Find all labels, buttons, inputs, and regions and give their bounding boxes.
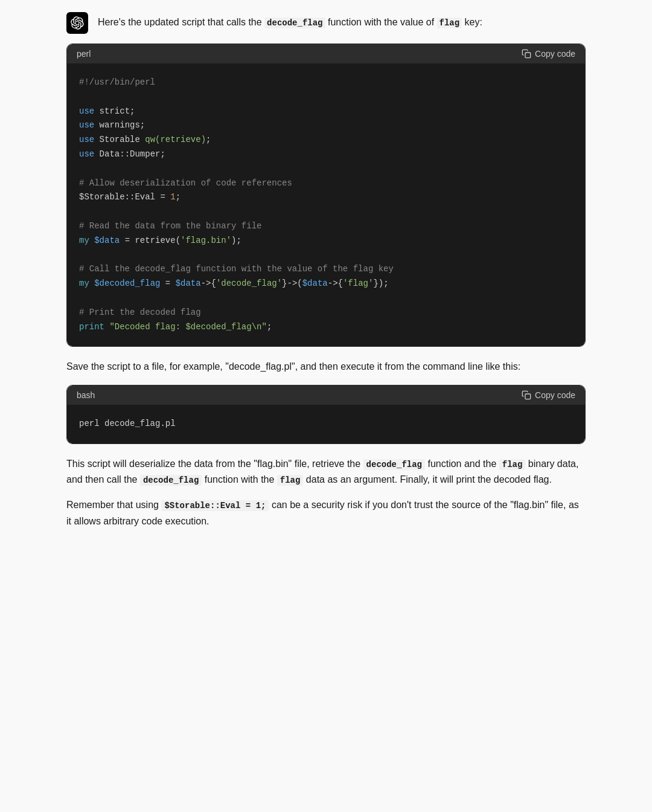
intro-text-mid: function with the value of bbox=[325, 17, 437, 27]
perl-code-body: #!/usr/bin/perl use strict; use warnings… bbox=[67, 63, 585, 346]
message-header: Here's the updated script that calls the… bbox=[66, 12, 586, 34]
openai-logo-icon bbox=[71, 16, 84, 30]
prose-paragraph-3: Remember that using $Storable::Eval = 1;… bbox=[66, 497, 586, 529]
bash-code-body: perl decode_flag.pl bbox=[67, 405, 585, 443]
bash-copy-label: Copy code bbox=[535, 390, 575, 400]
intro-code2: flag bbox=[437, 18, 462, 28]
bash-copy-button[interactable]: Copy code bbox=[522, 390, 575, 400]
prose3-pre: Remember that using bbox=[66, 500, 161, 510]
prose-paragraph-2: This script will deserialize the data fr… bbox=[66, 456, 586, 488]
perl-lang-label: perl bbox=[77, 49, 91, 59]
prose2-mid1: function and the bbox=[425, 459, 499, 469]
bash-code-pre: perl decode_flag.pl bbox=[79, 417, 573, 431]
prose3-code1: $Storable::Eval = 1; bbox=[161, 500, 269, 511]
copy-icon bbox=[522, 49, 531, 59]
prose2-pre: This script will deserialize the data fr… bbox=[66, 459, 363, 469]
svg-rect-1 bbox=[525, 394, 531, 399]
prose2-code3: decode_flag bbox=[140, 475, 202, 486]
intro-text-pre: Here's the updated script that calls the bbox=[98, 17, 264, 27]
copy-icon-bash bbox=[522, 390, 531, 400]
intro-code1: decode_flag bbox=[264, 18, 325, 28]
svg-rect-0 bbox=[525, 53, 531, 58]
perl-copy-button[interactable]: Copy code bbox=[522, 49, 575, 59]
prose2-end: data as an argument. Finally, it will pr… bbox=[303, 474, 551, 485]
intro-text-end: key: bbox=[462, 17, 482, 27]
bash-code-text: perl decode_flag.pl bbox=[79, 419, 176, 428]
perl-code-header: perl Copy code bbox=[67, 44, 585, 63]
prose2-code2: flag bbox=[499, 459, 526, 470]
prose2-code1: decode_flag bbox=[363, 459, 425, 470]
bash-code-header: bash Copy code bbox=[67, 385, 585, 405]
intro-paragraph: Here's the updated script that calls the… bbox=[98, 12, 586, 30]
bash-lang-label: bash bbox=[77, 390, 95, 400]
prose2-code4: flag bbox=[277, 475, 304, 486]
bash-code-block: bash Copy code perl decode_flag.pl bbox=[66, 385, 586, 444]
perl-code-pre: #!/usr/bin/perl use strict; use warnings… bbox=[79, 76, 573, 334]
prose2-mid3: function with the bbox=[202, 474, 277, 485]
chatgpt-avatar bbox=[66, 12, 88, 34]
prose-paragraph-1: Save the script to a file, for example, … bbox=[66, 359, 586, 375]
perl-code-block: perl Copy code #!/usr/bin/perl use stric… bbox=[66, 44, 586, 347]
perl-copy-label: Copy code bbox=[535, 49, 575, 59]
